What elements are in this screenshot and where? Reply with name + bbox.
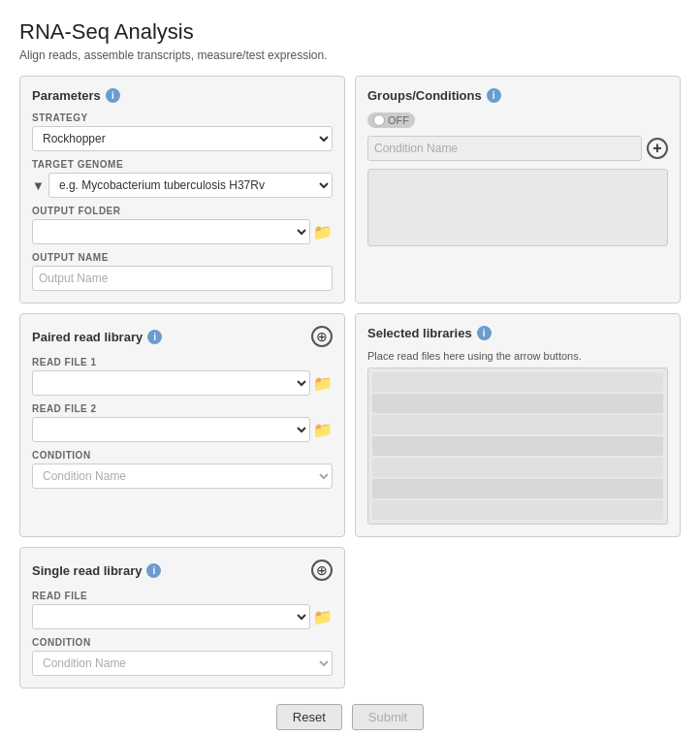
single-library-header: Single read library i ⊕ [32, 560, 333, 581]
single-condition-label: CONDITION [32, 637, 333, 648]
single-library-info-icon[interactable]: i [146, 563, 161, 578]
read-file2-label: READ FILE 2 [32, 403, 333, 414]
groups-info-icon[interactable]: i [487, 88, 501, 103]
toggle-label: OFF [388, 114, 409, 126]
paired-library-info-icon[interactable]: i [147, 330, 162, 344]
add-paired-library-button[interactable]: ⊕ [311, 326, 333, 347]
main-grid: Parameters i STRATEGY Rockhopper Target … [19, 76, 681, 688]
groups-panel: Groups/Conditions i OFF + [355, 76, 681, 304]
page-title: RNA-Seq Analysis [19, 19, 681, 45]
add-condition-button[interactable]: + [647, 138, 668, 159]
groups-header: Groups/Conditions i [367, 88, 668, 103]
paired-condition-label: CONDITION [32, 450, 333, 461]
groups-toggle[interactable]: OFF [367, 112, 415, 128]
output-folder-row: 📁 [32, 219, 333, 244]
add-single-library-button[interactable]: ⊕ [311, 560, 333, 581]
paired-library-title: Paired read library i [32, 330, 162, 344]
single-library-panel: Single read library i ⊕ READ FILE 📁 COND… [19, 547, 345, 688]
parameters-panel: Parameters i STRATEGY Rockhopper Target … [19, 76, 345, 304]
page-subtitle: Align reads, assemble transcripts, measu… [19, 48, 681, 62]
output-name-label: OUTPUT NAME [32, 252, 333, 263]
selected-libraries-area [367, 368, 668, 525]
parameters-info-icon[interactable]: i [106, 88, 120, 103]
list-item [372, 479, 663, 498]
strategy-label: STRATEGY [32, 112, 333, 123]
list-item [372, 415, 663, 434]
groups-title: Groups/Conditions i [367, 88, 501, 103]
output-folder-browse-button[interactable]: 📁 [313, 223, 333, 241]
read-file2-browse-button[interactable]: 📁 [313, 421, 333, 439]
selected-libraries-subtitle: Place read files here using the arrow bu… [367, 350, 668, 362]
single-library-title: Single read library i [32, 563, 161, 578]
selected-libraries-title: Selected libraries i [367, 326, 668, 340]
output-name-input[interactable] [32, 266, 333, 291]
groups-content-area [367, 169, 668, 246]
selected-libraries-info-icon[interactable]: i [477, 326, 492, 340]
list-item [372, 372, 663, 392]
submit-button[interactable]: Submit [352, 704, 424, 730]
read-file-select[interactable] [32, 604, 310, 629]
read-file1-browse-button[interactable]: 📁 [313, 374, 333, 393]
paired-library-header: Paired read library i ⊕ [32, 326, 333, 347]
filter-icon: ▼ [32, 178, 45, 193]
read-file1-label: READ FILE 1 [32, 357, 333, 368]
reset-button[interactable]: Reset [276, 704, 342, 730]
read-file2-row: 📁 [32, 417, 333, 442]
read-file1-row: 📁 [32, 370, 333, 396]
list-item [372, 458, 663, 477]
single-condition-select[interactable]: Condition Name [32, 651, 333, 676]
condition-name-input[interactable] [367, 136, 642, 161]
read-file-label: READ FILE [32, 591, 333, 601]
read-file2-select[interactable] [32, 417, 310, 442]
parameters-title: Parameters i [32, 88, 333, 103]
selected-libs-inner [368, 368, 667, 524]
read-file1-select[interactable] [32, 370, 310, 396]
read-file-row: 📁 [32, 604, 333, 629]
list-item [372, 500, 663, 520]
list-item [372, 394, 663, 413]
list-item [372, 436, 663, 456]
paired-library-panel: Paired read library i ⊕ READ FILE 1 📁 RE… [19, 313, 345, 537]
condition-name-row: + [367, 136, 668, 161]
toggle-circle [373, 114, 385, 126]
footer: Reset Submit [19, 704, 681, 730]
output-folder-select[interactable] [32, 219, 310, 244]
strategy-select[interactable]: Rockhopper [32, 126, 333, 151]
selected-libraries-panel: Selected libraries i Place read files he… [355, 313, 681, 537]
read-file-browse-button[interactable]: 📁 [313, 608, 333, 626]
toggle-row: OFF [367, 112, 668, 128]
paired-condition-select[interactable]: Condition Name [32, 464, 333, 489]
target-genome-select[interactable]: e.g. Mycobacterium tuberculosis H37Rv [48, 173, 333, 198]
target-genome-row: ▼ e.g. Mycobacterium tuberculosis H37Rv [32, 173, 333, 198]
output-folder-label: OUTPUT FOLDER [32, 206, 333, 216]
target-genome-label: Target Genome [32, 159, 333, 170]
